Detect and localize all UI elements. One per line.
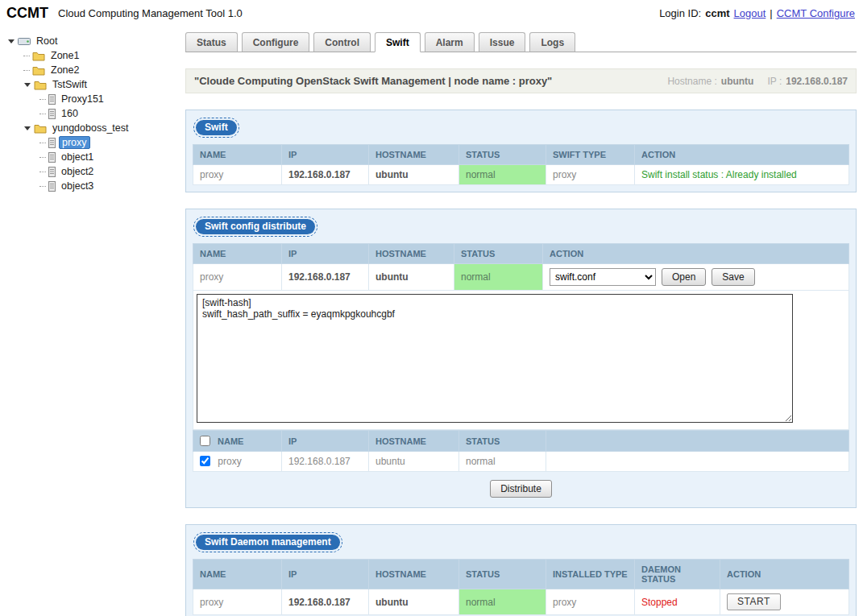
tree-item-object3[interactable]: object3 [6,179,185,193]
tab-alarm[interactable]: Alarm [425,32,475,52]
tree-item-object2[interactable]: object2 [6,164,185,179]
table-row: proxy 192.168.0.187 ubuntu normal proxy … [193,165,849,185]
col-header-empty [546,431,849,452]
col-header-hostname: HOSTNAME [369,145,459,165]
cell-status: normal [454,264,543,291]
swift-section: Swift NAME IP HOSTNAME STATUS SWIFT TYPE… [185,110,857,192]
tree-connector [39,186,46,187]
col-header-hostname: HOSTNAME [369,560,459,589]
config-section-badge: Swift config distribute [196,219,315,234]
content-area: Status Configure Control Swift Alarm Iss… [185,26,857,616]
logout-link[interactable]: Logout [734,7,766,19]
tab-status[interactable]: Status [185,32,238,52]
login-label: Login ID: [659,7,701,19]
server-icon [48,167,56,177]
col-header-status: STATUS [454,244,543,264]
collapse-icon[interactable] [8,39,15,43]
cell-name: proxy [193,165,282,185]
tab-configure[interactable]: Configure [242,32,310,52]
select-all-checkbox[interactable] [200,436,210,446]
tree-item-zone1[interactable]: Zone1 [6,48,185,63]
topbar: CCMT Cloud Computing Management Tool 1.0… [0,0,863,26]
col-header-action: ACTION [635,145,849,165]
login-id: ccmt [705,7,729,19]
tree-connector [39,157,46,158]
tree-connector [39,99,46,100]
main-layout: Root Zone1 Zone2 TstSwift [0,26,863,616]
tree-item-label[interactable]: object2 [59,165,96,178]
ccmt-configure-link[interactable]: CCMT Configure [777,7,855,19]
tree-item-root[interactable]: Root [6,34,185,48]
tab-swift[interactable]: Swift [375,32,421,52]
cell-hostname: ubuntu [369,452,459,472]
cell-ip: 192.168.0.187 [282,589,369,615]
cell-name: proxy [193,264,282,291]
tree-item-label[interactable]: TstSwift [50,78,89,91]
distribute-target-table: NAME IP HOSTNAME STATUS proxy 1 [193,430,849,472]
col-header-status: STATUS [459,431,546,452]
tree-connector [39,172,46,172]
collapse-icon[interactable] [24,126,31,130]
tree-item-label[interactable]: Root [34,35,60,48]
tree-item-160[interactable]: 160 [6,106,185,121]
config-table: NAME IP HOSTNAME STATUS ACTION proxy 192… [193,243,849,291]
col-header-daemon-status: DAEMON STATUS [635,560,720,589]
tab-control[interactable]: Control [313,32,371,52]
tree-item-zone2[interactable]: Zone2 [6,63,185,77]
tree-item-label-selected[interactable]: proxy [59,136,90,149]
config-action-controls: swift.conf Open Save [550,268,842,286]
start-button[interactable]: START [727,593,781,610]
col-header-name: NAME [193,244,282,264]
config-textarea[interactable]: [swift-hash] swift_hash_path_suffix = ey… [197,294,793,423]
tree-item-tstswift[interactable]: TstSwift [6,77,185,92]
cell-swift-type: proxy [546,165,635,185]
table-row: proxy 192.168.0.187 ubuntu normal proxy … [193,589,849,615]
tab-issue[interactable]: Issue [479,32,526,52]
row-checkbox[interactable] [200,456,210,466]
cell-hostname: ubuntu [369,165,459,185]
tree-item-label[interactable]: object3 [59,180,96,192]
tree-item-label[interactable]: 160 [59,107,81,120]
col-header-name: NAME [193,560,282,589]
config-table-header: NAME IP HOSTNAME STATUS ACTION [193,244,849,264]
cell-action: swift.conf Open Save [543,264,849,291]
tree-connector [39,114,46,114]
col-header-hostname: HOSTNAME [369,431,459,452]
cell-empty [546,452,849,472]
server-icon [48,94,56,105]
tree-item-object1[interactable]: object1 [6,150,185,164]
open-button[interactable]: Open [662,268,706,286]
collapse-icon[interactable] [24,83,31,87]
folder-icon [34,123,47,134]
tree-item-proxy[interactable]: proxy [6,135,185,150]
folder-icon [32,51,45,61]
daemon-table: NAME IP HOSTNAME STATUS INSTALLED TYPE D… [193,559,849,615]
tab-bar: Status Configure Control Swift Alarm Iss… [185,26,857,52]
cell-action: START [720,589,849,615]
topbar-separator: | [770,7,772,19]
daemon-section: Swift Daemon management NAME IP HOSTNAME… [185,524,857,616]
tree-item-label[interactable]: Zone2 [48,64,81,76]
server-icon [48,138,56,148]
tree-item-yungdoboss-test[interactable]: yungdoboss_test [6,121,185,135]
save-button[interactable]: Save [712,268,754,286]
server-icon [48,181,56,192]
config-file-select[interactable]: swift.conf [550,268,656,286]
col-header-status: STATUS [459,560,546,589]
cell-ip: 192.168.0.187 [282,264,369,291]
tab-logs[interactable]: Logs [529,32,575,52]
swift-table-header: NAME IP HOSTNAME STATUS SWIFT TYPE ACTIO… [193,145,849,165]
hostname-value: ubuntu [721,76,754,87]
tree-item-label[interactable]: yungdoboss_test [50,122,131,134]
col-header-installed-type: INSTALLED TYPE [546,560,635,589]
table-row: proxy 192.168.0.187 ubuntu normal swift.… [193,264,849,291]
config-editor-area: [swift-hash] swift_hash_path_suffix = ey… [193,291,849,430]
tree-item-label[interactable]: Zone1 [48,49,81,62]
cell-name: proxy [193,589,282,615]
tree-item-label[interactable]: object1 [59,151,96,163]
tree-item-proxy151[interactable]: Proxy151 [6,92,185,106]
tree-item-label[interactable]: Proxy151 [59,93,106,105]
ip-label: IP : [767,76,782,87]
distribute-button[interactable]: Distribute [490,480,552,498]
col-header-name: NAME [193,145,282,165]
